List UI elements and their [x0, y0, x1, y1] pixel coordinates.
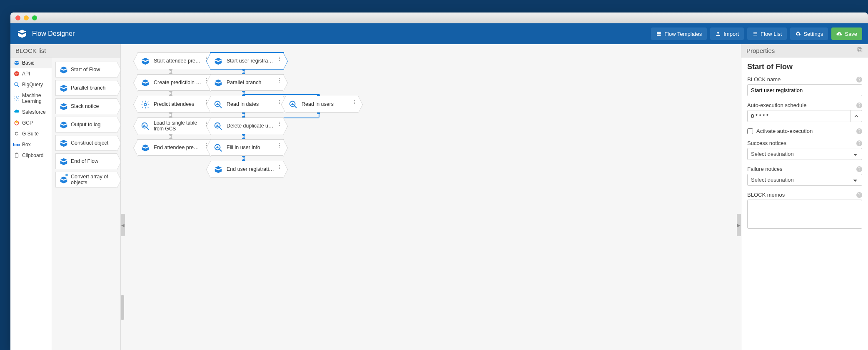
node-menu-icon[interactable]	[278, 58, 282, 60]
box-icon	[213, 165, 223, 175]
palette-block[interactable]: Output to log	[55, 117, 117, 132]
save-button[interactable]: Save	[831, 28, 862, 40]
box-icon	[213, 56, 223, 66]
box-icon	[140, 78, 150, 88]
svg-point-7	[144, 103, 147, 106]
help-icon[interactable]: ?	[856, 77, 862, 82]
svg-line-15	[219, 149, 222, 152]
category-icon	[14, 60, 20, 66]
flow-node[interactable]: Create predictioin data	[137, 74, 211, 91]
palette-block[interactable]: Convert array of objects	[55, 172, 117, 188]
flow-node[interactable]: Predict attendees	[137, 96, 211, 112]
window-minimize-icon[interactable]	[24, 15, 29, 20]
flow-node[interactable]: Start attendee prediction	[137, 52, 211, 69]
svg-line-11	[219, 106, 222, 108]
help-icon[interactable]: ?	[856, 140, 862, 146]
svg-text:API: API	[15, 72, 19, 75]
category-icon	[14, 131, 20, 137]
category-salesforce[interactable]: Salesforce	[10, 107, 52, 118]
category-machine-learning[interactable]: Machine Learning	[10, 90, 52, 107]
category-api[interactable]: APIAPI	[10, 68, 52, 79]
success-notices-select[interactable]: Select destination	[747, 148, 862, 160]
window-titlebar	[10, 12, 868, 23]
block-list-panel: BLOCK list BasicAPIAPIBigQueryMachine Le…	[10, 44, 121, 262]
success-notices-label: Success notices	[747, 140, 786, 146]
bq-icon	[288, 100, 298, 110]
window-close-icon[interactable]	[15, 15, 20, 20]
failure-notices-label: Failure notices	[747, 166, 783, 172]
flow-node[interactable]: Load to single table from GCS	[137, 118, 211, 134]
svg-line-9	[147, 128, 149, 130]
flow-node[interactable]: Read in users	[285, 96, 359, 112]
flow-node[interactable]: Fill in user info	[210, 139, 284, 156]
node-menu-icon[interactable]	[353, 101, 357, 104]
window-zoom-icon[interactable]	[32, 15, 37, 20]
palette-block[interactable]: Start of Flow	[55, 62, 117, 78]
palette-block[interactable]: End of Flow	[55, 153, 117, 169]
box-icon	[59, 120, 68, 130]
category-g-suite[interactable]: G Suite	[10, 128, 52, 139]
box-icon	[59, 157, 68, 166]
category-basic[interactable]: Basic	[10, 58, 52, 68]
block-memos-textarea[interactable]	[747, 200, 862, 229]
flow-node[interactable]: Start user registration	[210, 52, 284, 69]
category-gcp[interactable]: GCP	[10, 118, 52, 128]
box-icon	[59, 139, 68, 148]
connector	[244, 94, 319, 95]
collapse-right-handle[interactable]: ▶	[737, 214, 741, 236]
category-icon	[14, 82, 20, 88]
bq-icon	[213, 121, 223, 131]
bq-icon	[213, 100, 223, 110]
flow-node[interactable]: End user registration	[210, 161, 284, 178]
flow-node[interactable]: Parallel branch	[210, 74, 284, 91]
category-icon: API	[14, 71, 20, 77]
flow-templates-button[interactable]: Flow Templates	[651, 28, 707, 40]
node-menu-icon[interactable]	[278, 123, 282, 125]
svg-rect-19	[858, 48, 861, 51]
ml-icon	[140, 100, 150, 110]
flow-node[interactable]: End attendee prediction	[137, 139, 211, 156]
schedule-input[interactable]	[747, 110, 851, 122]
category-clipboard[interactable]: Clipboard	[10, 150, 52, 161]
import-button[interactable]: Import	[710, 28, 744, 40]
help-icon[interactable]: ?	[856, 192, 862, 198]
node-menu-icon[interactable]	[278, 80, 282, 82]
schedule-expand-button[interactable]	[851, 110, 862, 122]
block-memos-label: BLOCK memos	[747, 192, 785, 198]
box-icon	[59, 65, 68, 75]
category-bigquery[interactable]: BigQuery	[10, 79, 52, 90]
failure-notices-select[interactable]: Select destination	[747, 174, 862, 186]
help-icon[interactable]: ?	[856, 166, 862, 172]
palette-block[interactable]: Construct object	[55, 135, 117, 151]
app-title: Flow Designer	[32, 30, 75, 38]
flow-node[interactable]: Delete duplicate users	[210, 118, 284, 134]
node-menu-icon[interactable]	[278, 145, 282, 147]
properties-copy-icon[interactable]	[857, 44, 863, 58]
bq-icon	[213, 143, 223, 153]
help-icon[interactable]: ?	[856, 102, 862, 108]
help-icon[interactable]: ?	[856, 128, 862, 134]
properties-panel: Properties Start of Flow BLOCK name ? Au	[741, 44, 868, 262]
block-name-input[interactable]	[747, 84, 862, 96]
category-icon	[14, 109, 20, 115]
settings-button[interactable]: Settings	[790, 28, 828, 40]
flow-node[interactable]: Read in dates	[210, 96, 284, 112]
block-name-label: BLOCK name	[747, 76, 781, 82]
badge-icon	[65, 173, 68, 177]
category-box[interactable]: boxBox	[10, 139, 52, 150]
node-menu-icon[interactable]	[278, 166, 282, 169]
svg-line-17	[294, 106, 297, 108]
schedule-label: Auto-execution schedule	[747, 102, 806, 108]
palette-block[interactable]: Parallel branch	[55, 80, 117, 96]
category-icon	[14, 95, 20, 101]
palette-block[interactable]: Slack notice	[55, 98, 117, 114]
category-icon: box	[14, 142, 20, 148]
properties-heading: Start of Flow	[747, 62, 862, 71]
flow-list-button[interactable]: Flow List	[747, 28, 787, 40]
activate-auto-execution-checkbox[interactable]: Activate auto-execution	[747, 128, 813, 134]
collapse-left-handle[interactable]: ◀	[121, 214, 125, 236]
flow-canvas[interactable]: ◀ ▶ Start attendee predictionCreate pred…	[121, 44, 741, 262]
category-icon	[14, 120, 20, 126]
app-header: Flow Designer Flow Templates Import Flow…	[10, 23, 868, 44]
category-icon	[14, 152, 20, 158]
